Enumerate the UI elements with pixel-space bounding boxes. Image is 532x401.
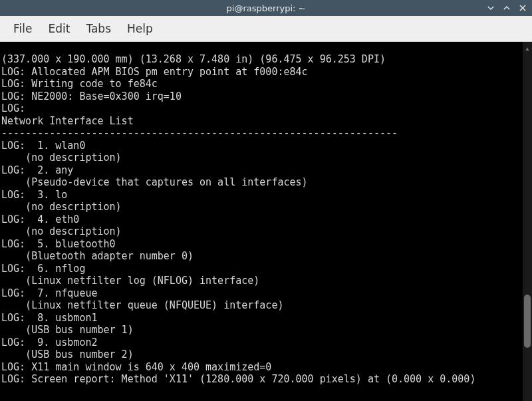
- close-icon: [519, 4, 527, 12]
- menu-edit[interactable]: Edit: [40, 18, 78, 39]
- close-button[interactable]: [516, 2, 529, 14]
- terminal-area: (337.000 x 190.000 mm) (13.268 x 7.480 i…: [0, 42, 532, 401]
- minimize-button[interactable]: [484, 2, 497, 14]
- terminal-window: pi@raspberrypi: ~ File Edit Tabs Help (3…: [0, 0, 532, 401]
- menu-tabs[interactable]: Tabs: [78, 18, 119, 39]
- menu-file[interactable]: File: [5, 18, 40, 39]
- terminal-output[interactable]: (337.000 x 190.000 mm) (13.268 x 7.480 i…: [0, 52, 523, 391]
- scrollbar[interactable]: ▴: [523, 42, 532, 401]
- window-title: pi@raspberrypi: ~: [227, 3, 306, 13]
- scrollbar-track[interactable]: [523, 42, 532, 401]
- titlebar: pi@raspberrypi: ~: [0, 0, 532, 16]
- maximize-button[interactable]: [500, 2, 513, 14]
- chevron-down-icon: [487, 4, 495, 12]
- menubar: File Edit Tabs Help: [0, 16, 532, 42]
- menu-help[interactable]: Help: [119, 18, 161, 39]
- chevron-up-icon: [503, 4, 511, 12]
- scrollbar-thumb[interactable]: [524, 295, 531, 348]
- titlebar-buttons: [484, 0, 529, 16]
